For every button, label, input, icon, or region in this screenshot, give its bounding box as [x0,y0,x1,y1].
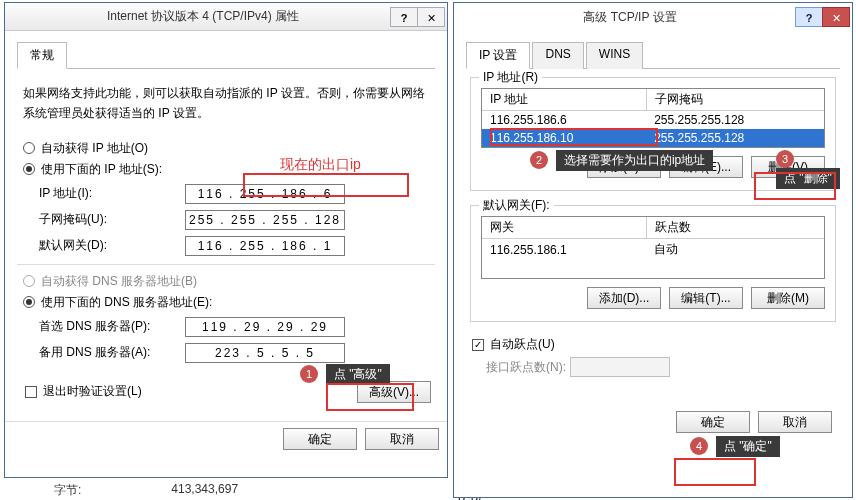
group-title: 默认网关(F): [479,197,554,214]
cell-mask: 255.255.255.128 [646,111,824,130]
badge-1: 1 [300,365,318,383]
titlebar[interactable]: Internet 协议版本 4 (TCP/IPv4) 属性 ? ✕ [5,3,447,31]
description-text: 如果网络支持此功能，则可以获取自动指派的 IP 设置。否则，你需要从网络系统管理… [23,83,429,124]
delete-button[interactable]: 删除(M) [751,287,825,309]
tab-general[interactable]: 常规 [17,42,67,69]
cell-ip: 116.255.186.6 [482,111,646,130]
tab-wins[interactable]: WINS [586,42,643,69]
table-row[interactable]: 116.255.186.6 255.255.255.128 [482,111,824,130]
cell-ip: 116.255.186.10 [482,129,646,147]
bg-bytes-label: 字节: [54,482,81,499]
ok-button[interactable]: 确定 [676,411,750,433]
radio-label: 使用下面的 IP 地址(S): [41,161,162,178]
radio-auto-ip[interactable]: 自动获得 IP 地址(O) [23,140,435,157]
tab-ip-settings[interactable]: IP 设置 [466,42,530,69]
radio-icon [23,275,35,287]
label-dns1: 首选 DNS 服务器(P): [39,318,185,335]
radio-label: 使用下面的 DNS 服务器地址(E): [41,294,212,311]
input-mask[interactable]: 255 . 255 . 255 . 128 [185,210,345,230]
badge-4: 4 [690,437,708,455]
ip-table[interactable]: IP 地址 子网掩码 116.255.186.6 255.255.255.128… [482,89,824,147]
col-ip: IP 地址 [482,89,646,111]
input-gateway[interactable]: 116 . 255 . 186 . 1 [185,236,345,256]
cell-metric: 自动 [646,239,824,261]
anno-step3: 3 点 "删除" [776,150,856,189]
callout-step2: 选择需要作为出口的ip地址 [556,150,713,171]
tabstrip: 常规 [17,41,435,69]
input-ip[interactable]: 116 . 255 . 186 . 6 [185,184,345,204]
callout-step3: 点 "删除" [776,168,840,189]
titlebar[interactable]: 高级 TCP/IP 设置 ? ✕ [454,3,852,31]
anno-step4: 4 点 "确定" [690,436,780,457]
label-interface-metric: 接口跃点数(N): [486,359,566,376]
group-title: IP 地址(R) [479,69,542,86]
col-mask: 子网掩码 [646,89,824,111]
close-button[interactable]: ✕ [822,7,850,27]
group-default-gateway: 默认网关(F): 网关 跃点数 116.255.186.1 自动 添加(D)..… [470,205,836,322]
radio-auto-dns: 自动获得 DNS 服务器地址(B) [23,273,435,290]
cell-mask: 255.255.255.128 [646,129,824,147]
radio-label: 自动获得 IP 地址(O) [41,140,148,157]
label-ip: IP 地址(I): [39,185,185,202]
close-button[interactable]: ✕ [417,7,445,27]
col-metric: 跃点数 [646,217,824,239]
badge-2: 2 [530,151,548,169]
radio-icon [23,142,35,154]
anno-step2: 2 选择需要作为出口的ip地址 [530,150,713,171]
ok-button[interactable]: 确定 [283,428,357,450]
tabstrip: IP 设置 DNS WINS [466,41,840,69]
cancel-button[interactable]: 取消 [365,428,439,450]
anno-step1: 1 点 "高级" [300,364,390,385]
checkbox-label: 退出时验证设置(L) [43,383,142,400]
cell-gw: 116.255.186.1 [482,239,646,261]
badge-3: 3 [776,150,794,168]
checkbox-icon [25,386,37,398]
label-mask: 子网掩码(U): [39,211,185,228]
help-button[interactable]: ? [390,7,418,27]
bg-bytes-value: 413,343,697 [171,482,238,499]
radio-manual-dns[interactable]: 使用下面的 DNS 服务器地址(E): [23,294,435,311]
input-dns2[interactable]: 223 . 5 . 5 . 5 [185,343,345,363]
label-dns2: 备用 DNS 服务器(A): [39,344,185,361]
tab-dns[interactable]: DNS [532,42,583,69]
label-gateway: 默认网关(D): [39,237,185,254]
table-row-selected[interactable]: 116.255.186.10 255.255.255.128 [482,129,824,147]
checkbox-icon [472,339,484,351]
window-title: 高级 TCP/IP 设置 [464,9,796,26]
checkbox-validate[interactable]: 退出时验证设置(L) [25,383,142,400]
radio-icon [23,163,35,175]
ipv4-properties-window: Internet 协议版本 4 (TCP/IPv4) 属性 ? ✕ 常规 如果网… [4,2,448,478]
input-dns1[interactable]: 119 . 29 . 29 . 29 [185,317,345,337]
callout-step4: 点 "确定" [716,436,780,457]
add-button[interactable]: 添加(D)... [587,287,661,309]
anno-now-ip: 现在的出口ip [280,156,361,174]
window-title: Internet 协议版本 4 (TCP/IPv4) 属性 [15,8,391,25]
col-gateway: 网关 [482,217,646,239]
radio-manual-ip[interactable]: 使用下面的 IP 地址(S): [23,161,435,178]
background-stats-row: 字节: 413,343,697 [54,482,238,499]
radio-icon [23,296,35,308]
input-interface-metric [570,357,670,377]
callout-step1: 点 "高级" [326,364,390,385]
gateway-table[interactable]: 网关 跃点数 116.255.186.1 自动 [482,217,824,278]
radio-label: 自动获得 DNS 服务器地址(B) [41,273,197,290]
advanced-tcpip-window: 高级 TCP/IP 设置 ? ✕ IP 设置 DNS WINS IP 地址(R)… [453,2,853,498]
edit-button[interactable]: 编辑(T)... [669,287,743,309]
table-row[interactable]: 116.255.186.1 自动 [482,239,824,261]
help-button[interactable]: ? [795,7,823,27]
checkbox-auto-metric[interactable]: 自动跃点(U) [472,336,834,353]
cancel-button[interactable]: 取消 [758,411,832,433]
checkbox-label: 自动跃点(U) [490,336,555,353]
